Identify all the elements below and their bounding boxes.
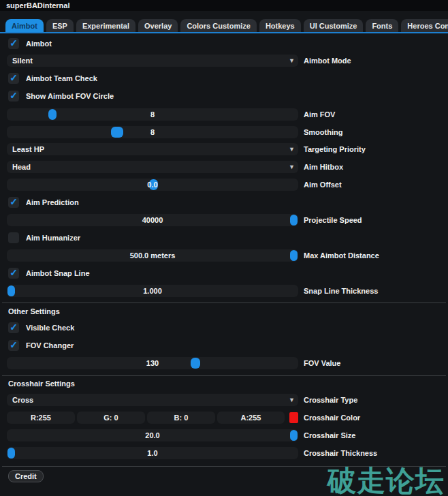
aim-prediction-row: ✓ Aim Prediction (0, 197, 448, 208)
smoothing-row: 8 Smoothing (0, 126, 448, 138)
crosshair-color-b-field[interactable]: B: 0 (147, 412, 215, 424)
crosshair-color-r-field[interactable]: R:255 (7, 412, 75, 424)
crosshair-type-row: Cross ▼ Crosshair Type (0, 394, 448, 406)
tab-fonts[interactable]: Fonts (366, 19, 398, 32)
tab-ui-customize[interactable]: UI Customize (304, 19, 364, 32)
aimbot-checkbox-label: Aimbot (26, 40, 52, 48)
fov-changer-checkbox[interactable]: ✓ (8, 340, 19, 351)
crosshair-thickness-value: 1.0 (7, 449, 298, 457)
section-divider (2, 303, 446, 303)
smoothing-slider[interactable]: 8 (7, 126, 298, 138)
aimbot-checkbox[interactable]: ✓ (8, 38, 19, 49)
projectile-speed-row: 40000 Projectile Speed (0, 214, 448, 226)
aim-fov-label: Aim FOV (304, 110, 335, 119)
crosshair-type-value: Cross (7, 396, 33, 404)
crosshair-size-slider[interactable]: 20.0 (7, 429, 298, 441)
aimbot-mode-select[interactable]: Silent ▼ (7, 55, 298, 67)
tab-aimbot[interactable]: Aimbot (5, 19, 44, 32)
snap-line-thickness-slider[interactable]: 1.000 (7, 285, 298, 297)
crosshair-thickness-row: 1.0 Crosshair Thickness (0, 447, 448, 459)
fov-changer-label: FOV Changer (26, 341, 74, 350)
crosshair-type-select[interactable]: Cross ▼ (7, 394, 298, 406)
aim-offset-row: 0.0 Aim Offset (0, 179, 448, 191)
fov-changer-row: ✓ FOV Changer (0, 340, 448, 351)
tab-overlay[interactable]: Overlay (138, 19, 178, 32)
targeting-priority-label: Targeting Priority (304, 145, 366, 153)
aimbot-mode-row: Silent ▼ Aimbot Mode (0, 55, 448, 67)
chevron-down-icon: ▼ (289, 146, 295, 153)
aim-humanizer-label: Aim Humanizer (26, 234, 80, 242)
aimbot-snap-line-checkbox[interactable]: ✓ (8, 268, 19, 279)
aimbot-mode-value: Silent (7, 57, 33, 65)
show-fov-circle-row: ✓ Show Aimbot FOV Circle (0, 91, 448, 102)
aim-humanizer-checkbox[interactable] (8, 232, 19, 243)
aim-offset-slider[interactable]: 0.0 (7, 179, 298, 191)
show-fov-circle-checkbox[interactable]: ✓ (8, 91, 19, 102)
visible-check-checkbox[interactable]: ✓ (8, 322, 19, 333)
crosshair-size-value: 20.0 (7, 431, 298, 439)
aimbot-mode-label: Aimbot Mode (304, 57, 351, 65)
check-icon: ✓ (10, 73, 18, 82)
snap-line-thickness-value: 1.000 (7, 287, 298, 295)
projectile-speed-label: Projectile Speed (304, 216, 362, 224)
check-icon: ✓ (10, 340, 18, 350)
aimbot-toggle-row: ✓ Aimbot (0, 38, 448, 49)
chevron-down-icon: ▼ (289, 397, 295, 403)
check-icon: ✓ (10, 91, 18, 100)
tab-esp[interactable]: ESP (46, 19, 74, 32)
aim-offset-value: 0.0 (7, 181, 298, 189)
aim-fov-row: 8 Aim FOV (0, 108, 448, 121)
tab-heroes-config[interactable]: Heroes Config (401, 19, 448, 32)
fov-value-value: 130 (7, 359, 298, 367)
section-divider (2, 375, 446, 376)
other-settings-header: Other Settings (8, 307, 60, 315)
credit-button[interactable]: Credit (8, 470, 44, 482)
window-title: superBADinternal (6, 1, 70, 10)
crosshair-thickness-label: Crosshair Thickness (304, 449, 377, 457)
crosshair-size-label: Crosshair Size (304, 431, 355, 439)
tab-colors-customize[interactable]: Colors Customize (180, 19, 257, 32)
tab-hotkeys[interactable]: Hotkeys (259, 19, 301, 32)
chevron-down-icon: ▼ (289, 57, 295, 64)
max-aimbot-distance-label: Max Aimbot Distance (304, 251, 379, 260)
aim-prediction-checkbox[interactable]: ✓ (8, 197, 19, 208)
max-aimbot-distance-row: 500.0 meters Max Aimbot Distance (0, 249, 448, 262)
smoothing-value: 8 (7, 128, 298, 136)
crosshair-color-g-field[interactable]: G: 0 (77, 412, 145, 424)
aim-humanizer-row: Aim Humanizer (0, 232, 448, 243)
crosshair-color-a-field[interactable]: A:255 (217, 412, 285, 424)
show-fov-circle-label: Show Aimbot FOV Circle (26, 92, 114, 100)
tab-bar: Aimbot ESP Experimental Overlay Colors C… (5, 19, 448, 32)
crosshair-color-swatch[interactable] (289, 412, 298, 423)
check-icon: ✓ (10, 268, 18, 277)
targeting-priority-row: Least HP ▼ Targeting Priority (0, 143, 448, 155)
crosshair-color-row: R:255 G: 0 B: 0 A:255 Crosshair Color (0, 412, 448, 424)
check-icon: ✓ (10, 38, 18, 48)
aim-fov-slider[interactable]: 8 (7, 108, 298, 121)
targeting-priority-value: Least HP (7, 145, 44, 153)
check-icon: ✓ (10, 322, 18, 332)
projectile-speed-slider[interactable]: 40000 (7, 214, 298, 226)
aim-hitbox-select[interactable]: Head ▼ (7, 161, 298, 173)
aim-prediction-label: Aim Prediction (26, 198, 79, 206)
crosshair-type-label: Crosshair Type (304, 396, 357, 404)
chevron-down-icon: ▼ (289, 164, 295, 170)
tab-experimental[interactable]: Experimental (76, 19, 135, 32)
aim-hitbox-label: Aim Hitbox (304, 163, 343, 171)
fov-value-label: FOV Value (304, 359, 340, 367)
visible-check-label: Visible Check (26, 324, 74, 332)
targeting-priority-select[interactable]: Least HP ▼ (7, 143, 298, 155)
fov-value-slider[interactable]: 130 (7, 357, 298, 369)
aimbot-snap-line-label: Aimbot Snap Line (26, 269, 90, 277)
crosshair-thickness-slider[interactable]: 1.0 (7, 447, 298, 459)
visible-check-row: ✓ Visible Check (0, 322, 448, 333)
team-check-row: ✓ Aimbot Team Check (0, 73, 448, 84)
watermark-text: 破走论坛 (327, 462, 445, 496)
aim-offset-label: Aim Offset (304, 181, 342, 189)
team-check-checkbox[interactable]: ✓ (8, 73, 19, 84)
smoothing-label: Smoothing (304, 128, 342, 136)
projectile-speed-value: 40000 (7, 216, 298, 224)
aim-hitbox-value: Head (7, 163, 31, 171)
window-titlebar[interactable]: superBADinternal (0, 0, 448, 11)
max-aimbot-distance-slider[interactable]: 500.0 meters (7, 249, 298, 262)
